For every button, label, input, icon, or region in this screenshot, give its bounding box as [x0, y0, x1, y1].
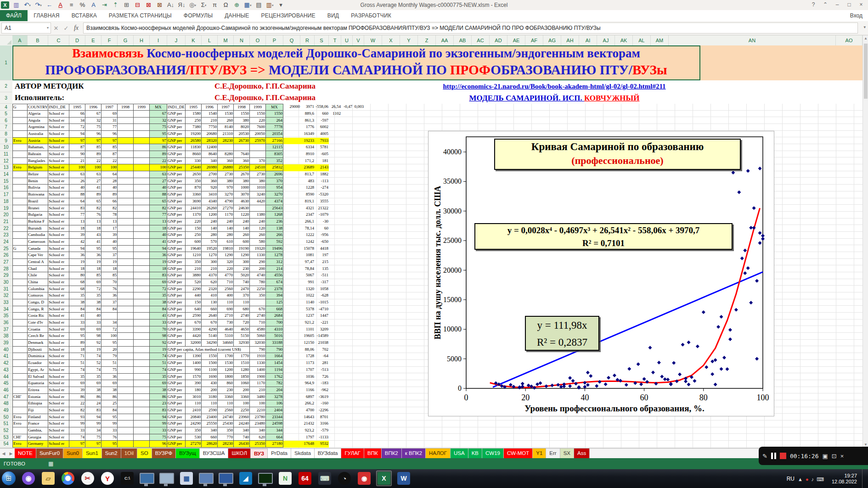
cell[interactable]: 83 — [85, 407, 101, 414]
word-taskbar-icon[interactable]: W — [396, 471, 411, 486]
explorer-icon[interactable]: ▱ — [40, 471, 56, 486]
col-header-AA[interactable]: AA — [436, 35, 454, 45]
cell[interactable] — [12, 239, 28, 246]
cell[interactable]: 26,54 — [329, 104, 341, 111]
cell[interactable] — [283, 124, 300, 131]
cell[interactable]: Comoros — [28, 292, 48, 299]
cell[interactable]: 83 — [150, 272, 167, 279]
cell[interactable]: 1330 — [250, 360, 266, 367]
cell[interactable]: 1022 — [300, 292, 315, 299]
col-header-AF[interactable]: AF — [525, 35, 543, 45]
cell[interactable]: El Salvad — [28, 374, 48, 381]
cell[interactable]: 40 — [69, 185, 85, 191]
cell[interactable]: China — [28, 279, 48, 286]
cell[interactable]: 38 — [101, 387, 118, 394]
cell[interactable]: 5060 — [250, 333, 266, 340]
cell[interactable]: 40 — [150, 232, 167, 239]
cell[interactable] — [329, 360, 341, 367]
col-header-AC[interactable]: AC — [472, 35, 490, 45]
cell[interactable]: 32930 — [234, 340, 250, 347]
cell[interactable]: 7933 — [315, 138, 329, 145]
cell[interactable]: Angola — [28, 118, 48, 124]
cell[interactable]: 138 — [266, 225, 283, 232]
cell[interactable]: GNP per — [167, 279, 186, 286]
cell[interactable]: -274 — [315, 185, 329, 191]
cell[interactable]: 2410 — [186, 407, 202, 414]
cell[interactable] — [134, 347, 150, 353]
cell[interactable]: GNP per — [167, 286, 186, 293]
row-header-46[interactable]: 46 — [0, 387, 12, 394]
cell[interactable]: 1707 — [300, 367, 315, 374]
cell[interactable]: School er — [48, 407, 69, 414]
cell[interactable]: 1700 — [218, 353, 234, 360]
cell[interactable]: 33 — [85, 320, 101, 326]
cell[interactable]: 8701 — [315, 414, 329, 421]
cell[interactable]: GNP per — [167, 151, 186, 158]
cell[interactable]: 1290 — [234, 252, 250, 259]
cell[interactable]: 64 — [101, 171, 118, 178]
cell[interactable]: 125 — [266, 299, 283, 306]
cell[interactable]: 0,003 — [353, 104, 364, 111]
cell[interactable]: 92 — [150, 340, 167, 347]
cell[interactable]: 1550 — [266, 111, 283, 118]
cell[interactable]: 2143 — [315, 164, 329, 171]
cell[interactable]: 27270 — [218, 205, 234, 212]
cell[interactable]: School er — [48, 380, 69, 387]
cell[interactable] — [12, 306, 28, 313]
cell[interactable]: 87 — [101, 151, 118, 158]
row-header-44[interactable]: 44 — [0, 374, 12, 381]
cell[interactable]: 1100 — [202, 367, 218, 374]
cell[interactable]: GNP per — [167, 441, 186, 448]
cell[interactable] — [118, 374, 134, 381]
cell[interactable] — [134, 421, 150, 427]
alice-icon[interactable]: ◉ — [21, 471, 36, 486]
sheet-tab-вузсша[interactable]: ВУЗСША — [200, 449, 229, 459]
cell[interactable] — [329, 259, 341, 266]
cell[interactable] — [329, 164, 341, 171]
cell[interactable]: 344 — [266, 427, 283, 434]
cell[interactable]: Evro — [12, 421, 28, 427]
cell[interactable]: 135 — [315, 266, 329, 273]
cell[interactable]: GNP per — [167, 306, 186, 313]
cell[interactable]: 34290 — [202, 340, 218, 347]
cell[interactable]: 5016 — [266, 333, 283, 340]
cell[interactable] — [118, 225, 134, 232]
cell[interactable]: 1550 — [234, 111, 250, 118]
scrollbar-thumb[interactable] — [864, 44, 868, 99]
chrome-icon[interactable] — [60, 471, 76, 486]
sheet-tab-prdata[interactable]: PrData — [268, 449, 291, 459]
row-header-49[interactable]: 49 — [0, 407, 12, 414]
cell[interactable] — [134, 138, 150, 145]
cell[interactable]: 710 — [218, 279, 234, 286]
cell[interactable]: 240 — [202, 219, 218, 225]
cell[interactable] — [12, 340, 28, 347]
cell[interactable]: 668 — [266, 306, 283, 313]
cell[interactable]: 1530 — [218, 111, 234, 118]
cell[interactable]: GNP per — [167, 219, 186, 225]
cell[interactable]: 964,9 — [300, 380, 315, 387]
sheet-tab-cw19[interactable]: CW19 — [482, 449, 504, 459]
cell[interactable]: 19 — [150, 259, 167, 266]
cell[interactable]: 3360 — [218, 394, 234, 401]
cell[interactable]: 84 — [69, 306, 85, 313]
cell[interactable] — [283, 171, 300, 178]
cell[interactable]: 31 — [101, 118, 118, 124]
cell[interactable]: 1380 — [250, 212, 266, 219]
taskbar-clock[interactable]: 19:27 12.08.2022 — [832, 473, 857, 485]
cell[interactable]: School er — [48, 421, 69, 427]
cell[interactable]: 97 — [69, 441, 85, 448]
cell[interactable]: 1800 — [218, 374, 234, 381]
cell[interactable]: Evro — [12, 138, 28, 145]
cell[interactable]: 77 — [150, 212, 167, 219]
cell[interactable] — [329, 434, 341, 441]
cell[interactable] — [134, 313, 150, 320]
cell[interactable]: -597 — [315, 118, 329, 124]
row-header-26[interactable]: 26 — [0, 252, 12, 259]
row-header-23[interactable]: 23 — [0, 232, 12, 239]
cell[interactable]: School er — [48, 266, 69, 273]
cell[interactable]: 51 — [101, 360, 118, 367]
cell[interactable]: 25643 — [266, 205, 283, 212]
cell[interactable]: School er — [48, 400, 69, 407]
cell[interactable]: 670 — [250, 306, 266, 313]
cell[interactable] — [118, 380, 134, 387]
